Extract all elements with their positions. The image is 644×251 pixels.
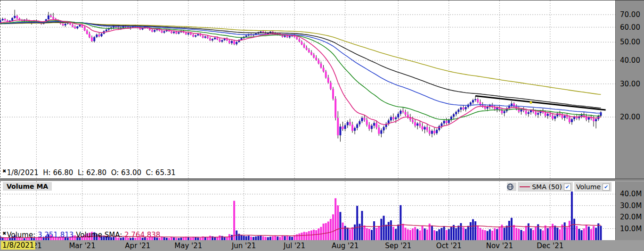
high-label: H: (43, 168, 50, 177)
globe-icon[interactable] (507, 183, 516, 191)
volume-tick-label: 30.0M (620, 201, 642, 210)
low-value: 62.80 (86, 168, 106, 177)
selected-date-badge: 1/8/2021 (1, 241, 35, 250)
volume-dropdown-check[interactable]: ✔ (603, 184, 610, 191)
date-tick-label: Dec '21 (532, 242, 568, 250)
date-tick-label: Apr '21 (120, 242, 155, 250)
date-tick-label: Aug '21 (327, 242, 363, 250)
crosshair-marker-icon: ✖ (2, 231, 6, 236)
close-value: 65.31 (155, 168, 176, 177)
date-tick-label: Jul '21 (277, 242, 312, 250)
date-tick-label: Jun '21 (226, 242, 262, 250)
volume-legend: SMA (50) ✔ Volume ✔ (507, 182, 611, 192)
volume-legend-label: Volume (576, 183, 601, 191)
date-tick-label: Oct '21 (431, 242, 467, 250)
volume-tick-label: 40.0M (620, 190, 642, 198)
sma-dropdown-check[interactable]: ✔ (564, 184, 571, 191)
panel-splitter[interactable] (0, 178, 644, 181)
date-tick-label: May '21 (171, 242, 206, 250)
date-axis-strip[interactable]: 1/8/2021 '21Mar '21Apr '21May '21Jun '21… (0, 240, 644, 251)
volume-legend-pill[interactable]: Volume ✔ (574, 182, 611, 192)
date-tick-label: Nov '21 (481, 242, 517, 250)
price-tick-label: 60.00 (620, 23, 640, 32)
sma-legend-pill[interactable]: SMA (50) ✔ (518, 182, 573, 192)
high-value: 66.80 (53, 168, 73, 177)
price-tick-label: 20.00 (620, 113, 640, 121)
price-tick-label: 50.00 (620, 38, 640, 46)
date-tick-label: Sep '21 (380, 242, 416, 250)
close-label: C: (146, 168, 154, 177)
volume-sma-value: 2,764,838 (124, 231, 160, 239)
crosshair-marker-icon: ✖ (2, 168, 6, 174)
date-tick-label: Mar '21 (65, 242, 100, 250)
open-label: O: (111, 168, 119, 177)
volume-tick-label: 10.0M (620, 225, 642, 233)
price-chart-canvas[interactable] (0, 0, 615, 179)
sma-line-swatch (520, 186, 530, 187)
volume-readout: ✖Volume: 3,251,813 Volume SMA: 2,764,838 (2, 231, 160, 239)
price-tick-label: 70.00 (620, 10, 640, 19)
sma-legend-label: SMA (50) (532, 183, 562, 191)
volume-tick-label: 20.0M (620, 213, 642, 221)
ohlc-date: 1/8/2021 (7, 168, 38, 177)
volume-panel-title[interactable]: Volume MA (3, 182, 52, 191)
volume-label: Volume: (7, 231, 35, 239)
price-tick-label: 30.00 (620, 80, 640, 88)
low-label: L: (78, 168, 84, 177)
volume-sma-label: Volume SMA: (76, 231, 122, 239)
ohlc-readout: ✖1/8/2021 H: 66.80 L: 62.80 O: 63.00 C: … (2, 168, 176, 177)
price-axis-strip[interactable]: 70.0060.0050.0040.0030.0020.0040.0M30.0M… (615, 0, 644, 240)
open-value: 63.00 (121, 168, 141, 177)
price-tick-label: 40.00 (620, 56, 640, 65)
volume-value: 3,251,813 (38, 231, 73, 239)
chart-window: ✖1/8/2021 H: 66.80 L: 62.80 O: 63.00 C: … (0, 0, 644, 251)
